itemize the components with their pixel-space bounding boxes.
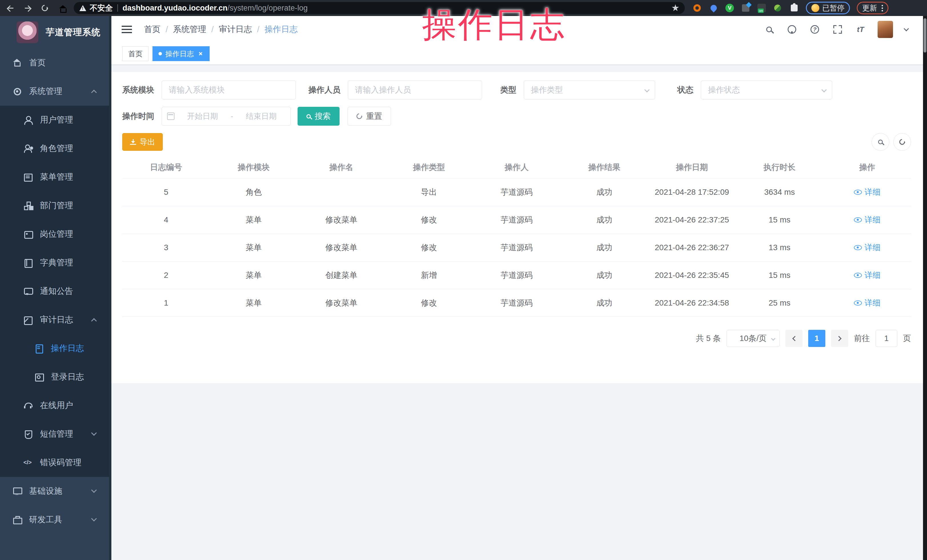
breadcrumb-item[interactable]: 操作日志 (264, 24, 298, 35)
avatar-dropdown-icon[interactable] (904, 26, 909, 31)
tag-item[interactable]: 操作日志 (152, 46, 210, 61)
browser-home-button[interactable] (55, 2, 68, 15)
extension-v-icon[interactable] (725, 4, 734, 12)
cell-module: 菜单 (210, 214, 298, 225)
sidebar-item[interactable]: 用户管理 (0, 106, 109, 134)
search-submit-button[interactable]: 搜索 (298, 107, 340, 126)
end-date-placeholder[interactable]: 结束日期 (237, 111, 286, 121)
sidebar-item[interactable]: 首页 (0, 49, 109, 77)
breadcrumb-item[interactable]: 首页 (144, 24, 161, 35)
monitor-icon (12, 487, 22, 496)
chevron-right-icon (836, 336, 841, 341)
sidebar-item[interactable]: 短信管理 (0, 420, 109, 448)
date-range-picker[interactable]: 开始日期 - 结束日期 (162, 107, 291, 126)
extension-orange-ring-icon[interactable] (692, 3, 702, 13)
profile-paused-chip[interactable]: 已暂停 (806, 2, 850, 14)
extension-on-badge-icon[interactable] (757, 4, 766, 12)
fullscreen-button[interactable] (832, 24, 843, 35)
status-label: 状态 (678, 85, 693, 96)
cell-duration: 15 ms (736, 216, 823, 225)
table-row[interactable]: 4 菜单 修改菜单 修改 芋道源码 成功 2021-04-26 22:37:25… (122, 206, 911, 234)
breadcrumb-item[interactable]: 审计日志 (219, 24, 252, 35)
sidebar-item[interactable]: 菜单管理 (0, 163, 109, 191)
search-button[interactable] (763, 24, 775, 35)
sidebar-item-label: 部门管理 (40, 200, 109, 211)
table-header-row: 日志编号 操作模块 操作名 操作类型 操作人 操作结果 操作日期 (122, 156, 911, 178)
sidebar-toggle-icon[interactable] (122, 25, 132, 34)
status-select[interactable] (701, 80, 832, 99)
chevron-down-icon (771, 336, 776, 341)
tag-item[interactable]: 首页 (122, 46, 149, 61)
prev-page-button[interactable] (785, 330, 802, 347)
browser-back-button[interactable] (4, 2, 17, 15)
goto-page-input[interactable] (875, 330, 897, 347)
scrollbar-thumb[interactable] (924, 18, 926, 53)
security-label: 不安全 (90, 3, 113, 13)
sidebar-item[interactable]: 在线用户 (0, 391, 109, 420)
reset-button[interactable]: 重置 (348, 107, 391, 126)
sidebar-item[interactable]: 登录日志 (0, 363, 109, 391)
next-page-button[interactable] (831, 330, 848, 347)
help-button[interactable] (809, 24, 821, 35)
sidebar-item[interactable]: 基础设施 (0, 477, 109, 505)
sidebar-item[interactable]: 部门管理 (0, 191, 109, 220)
table-row[interactable]: 2 菜单 创建菜单 新增 芋道源码 成功 2021-04-26 22:35:45… (122, 261, 911, 289)
toggle-search-button[interactable] (872, 133, 889, 151)
page-scrollbar[interactable] (923, 16, 927, 560)
font-size-button[interactable] (855, 24, 866, 35)
detail-link[interactable]: 详细 (854, 214, 881, 225)
sidebar-item[interactable]: 系统管理 (0, 77, 109, 106)
sidebar-item[interactable]: 审计日志 (0, 305, 109, 334)
app-logo[interactable]: 芋道管理系统 (0, 16, 109, 49)
shield-icon (23, 429, 33, 439)
chevron-left-icon (792, 336, 797, 341)
sidebar-item[interactable]: 通知公告 (0, 277, 109, 305)
detail-link[interactable]: 详细 (854, 242, 881, 253)
current-page-button[interactable]: 1 (808, 330, 825, 347)
browser-menu-icon[interactable] (881, 5, 883, 11)
export-button[interactable]: 导出 (122, 133, 163, 151)
close-icon[interactable] (198, 50, 204, 57)
browser-reload-button[interactable] (38, 2, 52, 15)
detail-link[interactable]: 详细 (854, 297, 881, 308)
sidebar-item[interactable]: 角色管理 (0, 134, 109, 163)
extensions-row (692, 3, 799, 13)
home-icon (12, 58, 22, 67)
sidebar-item[interactable]: 字典管理 (0, 249, 109, 277)
headset-icon (23, 401, 33, 410)
cell-operator: 芋道源码 (473, 270, 561, 281)
refresh-table-button[interactable] (893, 133, 911, 151)
bookmark-star-icon[interactable] (672, 4, 679, 12)
address-bar[interactable]: 不安全 dashboard.yudao.iocoder.cn /system/l… (74, 2, 685, 14)
type-select-input[interactable] (524, 80, 655, 99)
user-avatar[interactable] (878, 21, 893, 38)
module-label: 系统模块 (122, 85, 154, 96)
browser-forward-button[interactable] (21, 2, 34, 15)
status-select-input[interactable] (701, 80, 832, 99)
type-select[interactable] (524, 80, 655, 99)
extension-pin-icon[interactable] (709, 3, 719, 13)
sidebar-item[interactable]: 岗位管理 (0, 220, 109, 249)
detail-link[interactable]: 详细 (854, 187, 881, 197)
extension-blue-icon[interactable] (741, 3, 751, 13)
extension-green-icon[interactable] (773, 3, 783, 13)
cell-duration: 25 ms (736, 298, 823, 308)
browser-update-button[interactable]: 更新 (857, 2, 889, 14)
detail-link[interactable]: 详细 (854, 270, 881, 281)
main-area: 首页 / 系统管理 / 审计日志 / 操作日志 (111, 16, 927, 560)
table-row[interactable]: 1 菜单 修改菜单 修改 芋道源码 成功 2021-04-26 22:34:58… (122, 289, 911, 317)
github-button[interactable] (786, 24, 798, 35)
sidebar-item[interactable]: 操作日志 (0, 334, 109, 363)
page-size-select[interactable]: 10条/页 (726, 330, 780, 347)
sidebar-item[interactable]: 错误码管理 (0, 448, 109, 477)
table-row[interactable]: 5 角色 导出 芋道源码 成功 2021-04-28 17:52:09 3634… (122, 178, 911, 206)
start-date-placeholder[interactable]: 开始日期 (178, 111, 227, 121)
breadcrumb-item[interactable]: 系统管理 (173, 24, 206, 35)
module-input[interactable] (162, 80, 296, 99)
extensions-puzzle-icon[interactable] (789, 3, 799, 13)
operator-input[interactable] (348, 80, 482, 99)
sidebar-item[interactable]: 研发工具 (0, 505, 109, 534)
tag-label: 操作日志 (166, 49, 194, 59)
doc-icon (34, 344, 43, 353)
table-row[interactable]: 3 菜单 修改菜单 修改 芋道源码 成功 2021-04-26 22:36:27… (122, 234, 911, 261)
